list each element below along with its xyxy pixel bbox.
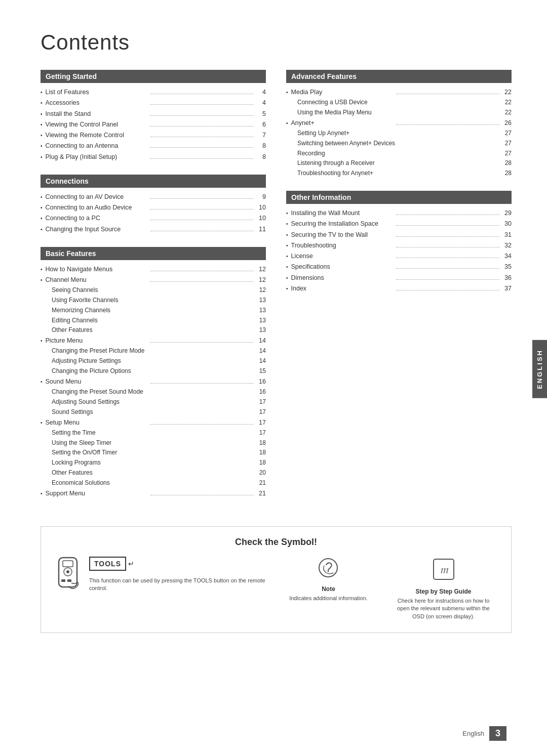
toc-label: Changing the Preset Picture Mode (52, 346, 256, 356)
step-guide-icon: 𝔪 (431, 557, 456, 585)
toc-item: •Connecting to an Audio Device10 (41, 202, 266, 213)
toc-label: Install the Stand (46, 109, 149, 119)
toc-label: Seeing Channels (52, 285, 256, 296)
toc-list-getting-started: •List of Features4 •Accessories4 •Instal… (41, 87, 266, 162)
toc-label: Setting the Time (52, 428, 256, 438)
bullet-icon: • (41, 276, 43, 284)
bullet-icon: • (41, 418, 43, 427)
toc-label: Economical Solutions (52, 478, 256, 488)
toc-label: Channel Menu (46, 275, 149, 285)
toc-label: License (291, 251, 395, 262)
toc-item: •Viewing the Control Panel6 (41, 119, 266, 130)
toc-item: •List of Features4 (41, 87, 266, 98)
toc-label: Memorizing Channels (52, 306, 256, 316)
toc-list-advanced-features: •Media Play22 Connecting a USB Device22 … (286, 87, 512, 179)
toc-sub-item: Using Favorite Channels13 (41, 296, 266, 306)
symbol-grid: TOOLS ↵ This function can be used by pre… (56, 557, 496, 620)
bullet-icon: • (41, 120, 43, 129)
toc-sub-item: Editing Channels13 (41, 316, 266, 326)
toc-label: Changing the Picture Options (52, 366, 256, 376)
toc-sub-item: Connecting a USB Device22 (286, 98, 512, 108)
toc-item: •Dimensions36 (286, 273, 512, 283)
toc-item: •Index37 (286, 283, 512, 294)
toc-sub-item: Using the Sleep Timer18 (41, 438, 266, 448)
toc-sub-item: Changing the Picture Options15 (41, 366, 266, 376)
bullet-icon: • (286, 231, 288, 239)
toc-sub-item: Listening through a Receiver28 (286, 158, 512, 169)
toc-label: Recording (297, 149, 501, 159)
bullet-icon: • (286, 88, 288, 97)
note-desc: Indicates additional information. (289, 595, 368, 602)
toc-item: •Connecting to an Antenna8 (41, 141, 266, 151)
section-other-information: Other Information •Installing the Wall M… (286, 191, 512, 294)
footer: English 3 (462, 726, 506, 741)
note-icon (317, 557, 340, 582)
toc-item: •Plug & Play (Initial Setup)8 (41, 152, 266, 162)
right-column: Advanced Features •Media Play22 Connecti… (286, 70, 512, 511)
toc-item: •Media Play22 (286, 87, 512, 98)
symbol-note: Note Indicates additional information. (276, 557, 381, 602)
section-getting-started: Getting Started •List of Features4 •Acce… (41, 70, 266, 162)
toc-label: Setting Up Anynet+ (297, 129, 501, 139)
toc-label: Locking Programs (52, 458, 256, 468)
section-basic-features: Basic Features •How to Navigate Menus12 … (41, 247, 266, 499)
toc-label: Installing the Wall Mount (291, 208, 395, 219)
toc-sub-item: Locking Programs18 (41, 458, 266, 468)
toc-sub-item: Switching between Anynet+ Devices27 (286, 139, 512, 149)
toc-label: Securing the Installation Space (291, 219, 395, 229)
symbol-step-guide: 𝔪 Step by Step Guide Check here for inst… (391, 557, 496, 620)
footer-page-number: 3 (489, 726, 506, 741)
section-connections: Connections •Connecting to an AV Device9… (41, 175, 266, 235)
toc-label: Support Menu (46, 488, 149, 499)
bullet-icon: • (286, 274, 288, 282)
bullet-icon: • (41, 337, 43, 345)
bullet-icon: • (41, 153, 43, 161)
toc-list-connections: •Connecting to an AV Device9 •Connecting… (41, 192, 266, 235)
bullet-icon: • (41, 131, 43, 140)
toc-label: How to Navigate Menus (46, 264, 149, 275)
toc-sub-item: Recording27 (286, 149, 512, 159)
toc-label: Accessories (46, 98, 149, 108)
toc-label: Sound Settings (52, 407, 256, 417)
toc-label: Troubleshooting for Anynet+ (297, 169, 501, 179)
toc-label: Editing Channels (52, 316, 256, 326)
toc-list-other-information: •Installing the Wall Mount29 •Securing t… (286, 208, 512, 294)
section-header-basic-features: Basic Features (41, 247, 266, 260)
toc-sub-item: Adjusting Picture Settings14 (41, 356, 266, 366)
toc-label: Setting the On/Off Timer (52, 448, 256, 458)
language-tab: ENGLISH (532, 340, 547, 398)
toc-label: Connecting to an AV Device (46, 192, 149, 202)
toc-item: •Securing the Installation Space30 (286, 219, 512, 229)
toc-sub-item: Adjusting Sound Settings17 (41, 397, 266, 407)
toc-label: Other Features (52, 468, 256, 478)
tools-text-block: TOOLS ↵ This function can be used by pre… (89, 557, 266, 593)
toc-item: •Connecting to a PC10 (41, 213, 266, 224)
toc-item: •Installing the Wall Mount29 (286, 208, 512, 219)
toc-label: Securing the TV to the Wall (291, 230, 395, 240)
toc-item: •Troubleshooting32 (286, 240, 512, 251)
toc-item: •Install the Stand5 (41, 109, 266, 119)
bullet-icon: • (286, 241, 288, 250)
toc-sub-item: Changing the Preset Picture Mode14 (41, 346, 266, 356)
svg-rect-4 (61, 579, 65, 582)
toc-sub-item: Setting the On/Off Timer18 (41, 448, 266, 458)
section-header-advanced-features: Advanced Features (286, 70, 512, 83)
bullet-icon: • (41, 265, 43, 274)
toc-item: •Changing the Input Source11 (41, 224, 266, 235)
toc-sub-item: Setting Up Anynet+27 (286, 129, 512, 139)
toc-label: Media Play (291, 87, 395, 98)
toc-label: Specifications (291, 262, 395, 272)
page-title: Contents (41, 30, 512, 55)
bullet-icon: • (41, 225, 43, 234)
left-column: Getting Started •List of Features4 •Acce… (41, 70, 266, 511)
footer-language: English (462, 730, 484, 737)
bullet-icon: • (286, 263, 288, 271)
bullet-icon: • (286, 209, 288, 218)
symbol-tools: TOOLS ↵ This function can be used by pre… (56, 557, 266, 593)
symbol-section: Check the Symbol! (41, 526, 512, 633)
step-guide-desc: Check here for instructions on how to op… (391, 597, 496, 620)
toc-label: Sound Menu (46, 376, 149, 387)
toc-sub-item: Seeing Channels12 (41, 285, 266, 296)
symbol-section-title: Check the Symbol! (56, 537, 496, 548)
content-grid: Getting Started •List of Features4 •Acce… (41, 70, 512, 511)
